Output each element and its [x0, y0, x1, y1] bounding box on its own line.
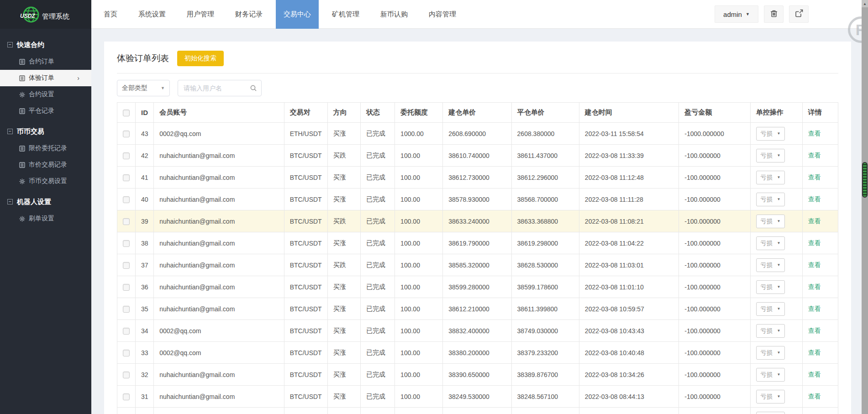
trash-button[interactable]: [764, 5, 784, 23]
nav-item[interactable]: 矿机管理: [324, 0, 367, 29]
username-search-input[interactable]: [178, 80, 262, 96]
nav-item[interactable]: 交易中心: [276, 0, 319, 29]
sidebar-item[interactable]: 合约设置: [0, 86, 91, 103]
row-checkbox[interactable]: [123, 240, 130, 247]
row-checkbox[interactable]: [123, 174, 130, 181]
cell-account: nuhaichuntian@gmail.com: [154, 298, 284, 320]
row-checkbox[interactable]: [123, 306, 130, 313]
cell-detail: 查看: [802, 189, 838, 210]
nav-item[interactable]: 新币认购: [373, 0, 416, 29]
sidebar-item[interactable]: 币币交易设置: [0, 173, 91, 189]
detail-link[interactable]: 查看: [808, 261, 821, 268]
sidebar-section-title[interactable]: −币币交易: [0, 123, 91, 140]
nav-item[interactable]: 内容管理: [421, 0, 464, 29]
control-select[interactable]: 亏损▼: [756, 412, 785, 414]
logo: USDZ 管理系统: [0, 0, 91, 29]
sidebar-section-title[interactable]: −快速合约: [0, 36, 91, 53]
cell-pair: BTC/USDT: [284, 386, 327, 408]
detail-link[interactable]: 查看: [808, 195, 821, 203]
search-icon[interactable]: [250, 84, 257, 94]
cell-open-price: 38619.790000: [443, 232, 511, 254]
cell-account: 0002@qq.com: [154, 342, 284, 364]
scrollbar-thumb[interactable]: [862, 162, 868, 198]
table-row: 42nuhaichuntian@gmail.comBTC/USDT买跌已完成10…: [117, 145, 838, 167]
sidebar-item[interactable]: 合约订单: [0, 53, 91, 70]
detail-link[interactable]: 查看: [808, 327, 821, 334]
nav-item[interactable]: 财务记录: [227, 0, 270, 29]
scrollbar-up-button[interactable]: ▲: [862, 0, 868, 7]
cell-amount: 100.00: [395, 210, 443, 232]
admin-label: admin: [723, 10, 742, 18]
sidebar-item[interactable]: 限价委托记录: [0, 140, 91, 157]
select-all-checkbox[interactable]: [123, 110, 130, 116]
control-select[interactable]: 亏损▼: [756, 171, 785, 184]
nav-item[interactable]: 用户管理: [179, 0, 222, 29]
control-select-value: 亏损: [761, 239, 773, 247]
detail-link[interactable]: 查看: [808, 130, 821, 137]
scrollbar-track[interactable]: ▲: [862, 0, 868, 414]
cell-id: 39: [136, 210, 154, 232]
control-select[interactable]: 亏损▼: [756, 324, 785, 338]
control-select[interactable]: 亏损▼: [756, 127, 785, 141]
detail-link[interactable]: 查看: [808, 349, 821, 356]
cell-pnl: -100.000000: [679, 232, 750, 254]
row-checkbox[interactable]: [123, 350, 130, 356]
cell-open-price: 2608.690000: [443, 123, 511, 145]
control-select-value: 亏损: [761, 173, 773, 182]
header-divider: [117, 73, 838, 73]
detail-link[interactable]: 查看: [808, 173, 821, 181]
detail-link[interactable]: 查看: [808, 305, 821, 312]
sidebar-section-title[interactable]: −机器人设置: [0, 193, 91, 210]
control-select[interactable]: 亏损▼: [756, 258, 785, 272]
control-select-value: 亏损: [761, 283, 773, 291]
row-checkbox[interactable]: [123, 284, 130, 291]
sidebar-item-label: 合约订单: [29, 58, 54, 66]
control-select[interactable]: 亏损▼: [756, 346, 785, 360]
control-select[interactable]: 亏损▼: [756, 390, 785, 404]
cell-detail: 查看: [802, 210, 838, 232]
row-checkbox[interactable]: [123, 152, 130, 159]
control-select[interactable]: 亏损▼: [756, 215, 785, 228]
detail-link[interactable]: 查看: [808, 217, 821, 225]
control-select[interactable]: 亏损▼: [756, 149, 785, 162]
detail-link[interactable]: 查看: [808, 152, 821, 159]
row-checkbox[interactable]: [123, 262, 130, 269]
cell-amount: 1000.00: [395, 123, 443, 145]
orders-table: ID会员账号交易对方向状态委托额度建仓单价平仓单价建仓时间盈亏金额单控操作详情 …: [117, 102, 838, 414]
username-search: [178, 80, 262, 96]
admin-dropdown[interactable]: admin ▼: [715, 5, 758, 23]
detail-link[interactable]: 查看: [808, 393, 821, 400]
nav-item[interactable]: 系统设置: [131, 0, 174, 29]
sidebar-item[interactable]: 体验订单›: [0, 70, 91, 86]
table-header-cell: 建仓单价: [443, 103, 511, 123]
cell-open-time: 2022-03-08 08:44:13: [579, 386, 679, 408]
row-checkbox[interactable]: [123, 196, 130, 203]
control-select[interactable]: 亏损▼: [756, 368, 785, 382]
row-checkbox[interactable]: [123, 218, 130, 225]
detail-link[interactable]: 查看: [808, 239, 821, 246]
nav-item[interactable]: 首页: [96, 0, 125, 29]
sidebar-item[interactable]: 市价交易记录: [0, 157, 91, 173]
init-search-button[interactable]: 初始化搜索: [177, 51, 224, 66]
row-checkbox[interactable]: [123, 393, 130, 400]
row-checkbox[interactable]: [123, 372, 130, 378]
control-select[interactable]: 亏损▼: [756, 193, 785, 206]
cell-open-price: 38599.280000: [443, 276, 511, 298]
control-select[interactable]: 亏损▼: [756, 302, 785, 316]
cell-direction: 买跌: [327, 145, 360, 167]
control-select[interactable]: 亏损▼: [756, 236, 785, 250]
control-select[interactable]: 亏损▼: [756, 280, 785, 294]
row-checkbox[interactable]: [123, 328, 130, 335]
table-row: 39nuhaichuntian@gmail.comBTC/USDT买跌已完成10…: [117, 210, 838, 232]
table-header-cell: 状态: [360, 103, 395, 123]
cell-open-time: 2022-03-08 10:59:57: [579, 298, 679, 320]
type-filter-select[interactable]: 全部类型 ▼: [117, 80, 170, 96]
row-checkbox[interactable]: [123, 131, 130, 137]
logout-button[interactable]: [789, 5, 809, 23]
detail-link[interactable]: 查看: [808, 283, 821, 290]
detail-link[interactable]: 查看: [808, 371, 821, 378]
sidebar-item[interactable]: 刷单设置: [0, 210, 91, 227]
cell-pnl: -100.000000: [679, 276, 750, 298]
sidebar-item[interactable]: 平仓记录: [0, 103, 91, 119]
cell-direction: 买涨: [327, 232, 360, 254]
